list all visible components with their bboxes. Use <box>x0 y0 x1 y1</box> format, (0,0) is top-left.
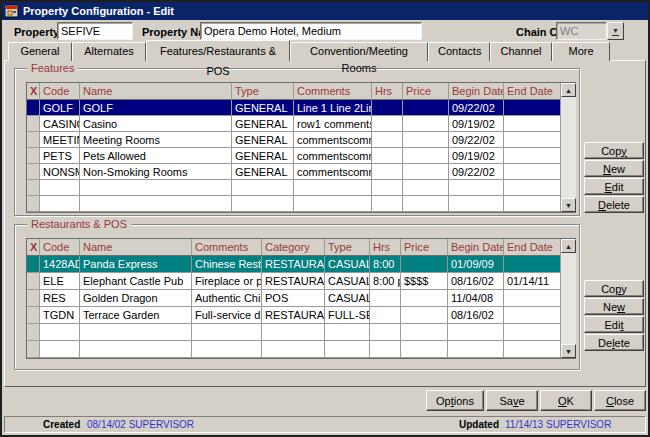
features-group-label: Features <box>27 61 78 75</box>
scroll-up-icon[interactable]: ▲ <box>561 83 576 97</box>
window-title: Property Configuration - Edit <box>23 5 174 17</box>
cell: 09/19/02 <box>449 116 504 132</box>
cell: 08/16/02 <box>448 273 504 290</box>
cell: 09/22/02 <box>449 164 504 180</box>
updated-label: Updated <box>459 417 499 432</box>
tab-features-restaurants-pos[interactable]: Features/Restaurants & POS <box>146 40 290 61</box>
chain-code-lov-button[interactable]: ▼ <box>607 22 624 40</box>
cell <box>403 116 449 132</box>
table-row[interactable]: TGDN Terrace Garden Full-service dinin R… <box>27 307 560 324</box>
scroll-down-icon[interactable]: ▼ <box>561 344 576 358</box>
cell: CASUAL <box>325 290 370 307</box>
cell: commentscomme <box>294 132 372 148</box>
cell: GOLF <box>80 100 232 116</box>
column-header: X <box>27 239 40 256</box>
property-input[interactable] <box>57 22 133 40</box>
cell: 1428AD <box>40 256 80 273</box>
cell: commentscomme <box>294 148 372 164</box>
cell <box>504 256 560 273</box>
features-header-row: X Code Name Type Comments Hrs Price Begi… <box>27 83 560 100</box>
table-row[interactable]: 1428AD Panda Express Chinese Restau REST… <box>27 256 560 273</box>
tab-general[interactable]: General <box>8 42 72 61</box>
row-selector-cell <box>27 148 40 164</box>
titlebar[interactable]: Property Configuration - Edit <box>2 2 648 20</box>
cell <box>372 132 403 148</box>
table-row[interactable]: RES Golden Dragon Authentic Chines POS C… <box>27 290 560 307</box>
restaurants-delete-button[interactable]: Delete <box>584 334 644 351</box>
close-button[interactable]: Close <box>594 390 646 411</box>
table-row[interactable]: PETS Pets Allowed GENERAL commentscomme … <box>27 148 560 164</box>
cell: RESTAURANT <box>262 256 325 273</box>
cell: RESTAURANT <box>262 307 325 324</box>
cell: CASUAL <box>325 256 370 273</box>
row-selector-cell <box>27 100 40 116</box>
cell <box>403 132 449 148</box>
cell <box>504 164 560 180</box>
scroll-down-icon[interactable]: ▼ <box>561 198 576 212</box>
ok-button[interactable]: OK <box>540 390 592 411</box>
cell: 08/16/02 <box>448 307 504 324</box>
features-new-button[interactable]: New <box>584 160 644 177</box>
cell <box>403 148 449 164</box>
restaurants-table-grid: X Code Name Comments Category Type Hrs P… <box>27 239 560 358</box>
table-row[interactable]: CASINO Casino GENERAL row1 comments o 09… <box>27 116 560 132</box>
column-header: End Date <box>504 83 560 100</box>
restaurants-copy-button[interactable]: Copy <box>584 280 644 297</box>
tab-contacts[interactable]: Contacts <box>428 42 490 61</box>
row-selector-cell <box>27 116 40 132</box>
cell: Authentic Chines <box>192 290 262 307</box>
cell <box>403 164 449 180</box>
cell: CASINO <box>40 116 80 132</box>
cell: FULL-SER <box>325 307 370 324</box>
features-edit-button[interactable]: Edit <box>584 178 644 195</box>
restaurants-table: X Code Name Comments Category Type Hrs P… <box>26 238 576 359</box>
restaurants-scrollbar[interactable]: ▲ ▼ <box>560 239 576 358</box>
table-row[interactable]: MEETING Meeting Rooms GENERAL commentsco… <box>27 132 560 148</box>
cell: Meeting Rooms <box>80 132 232 148</box>
column-header: Price <box>403 83 449 100</box>
cell: 09/19/02 <box>449 148 504 164</box>
cell <box>504 116 560 132</box>
cell: Line 1 Line 2Line <box>294 100 372 116</box>
cell: Pets Allowed <box>80 148 232 164</box>
table-row-empty[interactable] <box>27 196 560 212</box>
tab-channel[interactable]: Channel <box>490 42 552 61</box>
cell: 8:00 <box>370 256 401 273</box>
tab-convention-meeting-rooms[interactable]: Convention/Meeting Rooms <box>290 42 428 61</box>
table-row-empty[interactable] <box>27 324 560 341</box>
cell <box>370 290 401 307</box>
cell: Fireplace or pat <box>192 273 262 290</box>
features-table: X Code Name Type Comments Hrs Price Begi… <box>26 82 576 213</box>
column-header: Type <box>232 83 294 100</box>
options-button[interactable]: Options <box>426 390 484 411</box>
cell: Casino <box>80 116 232 132</box>
scrollbar-track[interactable] <box>561 253 576 344</box>
save-button[interactable]: Save <box>486 390 538 411</box>
property-name-input[interactable] <box>200 22 422 40</box>
cell: Chinese Restau <box>192 256 262 273</box>
features-table-grid: X Code Name Type Comments Hrs Price Begi… <box>27 83 560 212</box>
column-header: Type <box>325 239 370 256</box>
table-row[interactable]: NONSMK Non-Smoking Rooms GENERAL comment… <box>27 164 560 180</box>
features-scrollbar[interactable]: ▲ ▼ <box>560 83 576 212</box>
cell: row1 comments o <box>294 116 372 132</box>
cell: Elephant Castle Pub <box>80 273 192 290</box>
app-icon <box>5 4 19 18</box>
features-delete-button[interactable]: Delete <box>584 196 644 213</box>
table-row-empty[interactable] <box>27 180 560 196</box>
table-row-empty[interactable] <box>27 341 560 358</box>
table-row[interactable]: ELE Elephant Castle Pub Fireplace or pat… <box>27 273 560 290</box>
chain-code-input[interactable] <box>556 22 607 40</box>
cell: RESTAURANT <box>262 273 325 290</box>
restaurants-edit-button[interactable]: Edit <box>584 316 644 333</box>
cell: GENERAL <box>232 132 294 148</box>
tab-more[interactable]: More <box>552 42 610 61</box>
scroll-up-icon[interactable]: ▲ <box>561 239 576 253</box>
tab-alternates[interactable]: Alternates <box>72 42 146 61</box>
scrollbar-track[interactable] <box>561 97 576 198</box>
table-row[interactable]: GOLF GOLF GENERAL Line 1 Line 2Line 09/2… <box>27 100 560 116</box>
features-copy-button[interactable]: Copy <box>584 142 644 159</box>
restaurants-new-button[interactable]: New <box>584 298 644 315</box>
column-header: Code <box>40 239 80 256</box>
cell: PETS <box>40 148 80 164</box>
